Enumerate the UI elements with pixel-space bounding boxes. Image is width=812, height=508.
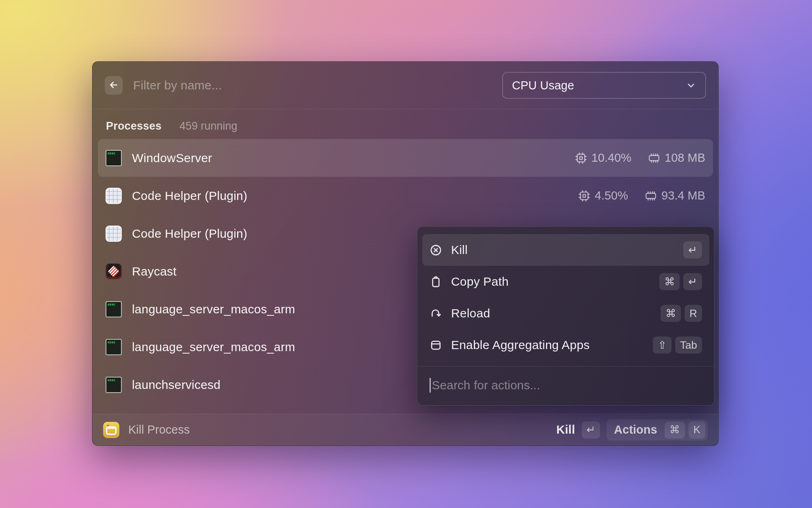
action-item-label: Kill bbox=[451, 243, 468, 257]
process-name: language_server_macos_arm bbox=[132, 302, 295, 316]
section-count: 459 running bbox=[179, 120, 238, 132]
filter-input[interactable]: Filter by name... bbox=[133, 78, 492, 92]
action-item[interactable]: Enable Aggregating Apps⇧Tab bbox=[422, 329, 709, 361]
memory-icon bbox=[648, 152, 661, 165]
action-item-keys: ⇧Tab bbox=[653, 336, 702, 354]
process-row[interactable]: WindowServer10.40%108 MB bbox=[98, 139, 713, 177]
terminal-exec-icon bbox=[106, 150, 122, 166]
process-name: language_server_macos_arm bbox=[132, 340, 295, 354]
extension-name: Kill Process bbox=[128, 423, 190, 436]
arrow-left-icon bbox=[108, 80, 119, 91]
app-grid-icon bbox=[106, 188, 122, 204]
process-name: Raycast bbox=[132, 265, 177, 278]
actions-popup-list: Kill↵Copy Path⌘↵Reload⌘REnable Aggregati… bbox=[422, 234, 709, 361]
action-item-label: Copy Path bbox=[451, 275, 509, 289]
key-badge: ⌘ bbox=[661, 305, 681, 322]
app-grid-icon bbox=[106, 226, 122, 242]
action-item[interactable]: Kill↵ bbox=[422, 234, 709, 266]
raycast-icon bbox=[106, 263, 122, 280]
actions-popup: Kill↵Copy Path⌘↵Reload⌘REnable Aggregati… bbox=[417, 226, 715, 406]
redo-arrow-icon bbox=[430, 307, 442, 320]
actions-search-placeholder: Search for actions... bbox=[432, 378, 540, 392]
footer-actions: Kill ↵ Actions ⌘K bbox=[556, 419, 708, 441]
key-badge: ↵ bbox=[683, 273, 702, 290]
top-bar: Filter by name... CPU Usage bbox=[93, 62, 718, 109]
memory-usage-value: 108 MB bbox=[665, 151, 705, 165]
action-item-keys: ↵ bbox=[683, 241, 702, 258]
section-header: Processes 459 running bbox=[93, 109, 718, 139]
key-badge: ↵ bbox=[683, 241, 702, 258]
memory-icon bbox=[644, 189, 657, 202]
actions-button-label: Actions bbox=[614, 423, 657, 436]
app-window-icon bbox=[430, 339, 442, 352]
cpu-icon bbox=[578, 189, 591, 202]
footer-bar: Kill Process Kill ↵ Actions ⌘K bbox=[93, 414, 718, 445]
terminal-exec-icon bbox=[106, 377, 122, 393]
process-stats: 10.40%108 MB bbox=[574, 151, 705, 165]
actions-button[interactable]: Actions ⌘K bbox=[607, 419, 708, 441]
action-item-label: Enable Aggregating Apps bbox=[451, 338, 590, 352]
primary-action-keys: ↵ bbox=[582, 421, 600, 439]
terminal-exec-icon bbox=[106, 339, 122, 355]
cpu-usage-value: 4.50% bbox=[595, 189, 628, 202]
desktop-background: Filter by name... CPU Usage Processes 45… bbox=[0, 0, 812, 508]
key-badge: ↵ bbox=[582, 421, 600, 439]
action-item-label: Reload bbox=[451, 306, 490, 320]
key-badge: ⌘ bbox=[665, 421, 685, 439]
memory-usage-value: 93.4 MB bbox=[661, 189, 705, 202]
key-badge: ⇧ bbox=[653, 336, 672, 354]
back-button[interactable] bbox=[105, 76, 123, 95]
process-name: Code Helper (Plugin) bbox=[132, 189, 247, 203]
action-item[interactable]: Copy Path⌘↵ bbox=[422, 266, 709, 297]
process-stats: 4.50%93.4 MB bbox=[578, 189, 705, 202]
cpu-icon bbox=[574, 152, 587, 165]
text-cursor bbox=[430, 378, 431, 393]
cpu-usage-value: 10.40% bbox=[592, 151, 631, 165]
kill-process-extension-icon bbox=[103, 422, 119, 438]
sort-dropdown-value: CPU Usage bbox=[512, 79, 574, 92]
chevron-down-icon bbox=[686, 80, 696, 91]
terminal-exec-icon bbox=[106, 301, 122, 317]
key-badge: K bbox=[689, 421, 705, 439]
action-item-keys: ⌘↵ bbox=[659, 273, 702, 290]
primary-action-label[interactable]: Kill bbox=[556, 423, 575, 436]
actions-search-input[interactable]: Search for actions... bbox=[422, 367, 709, 404]
process-row[interactable]: Code Helper (Plugin)4.50%93.4 MB bbox=[98, 177, 713, 215]
key-badge: ⌘ bbox=[659, 273, 680, 290]
process-name: WindowServer bbox=[132, 151, 212, 165]
key-badge: R bbox=[685, 305, 702, 322]
sort-dropdown[interactable]: CPU Usage bbox=[502, 72, 706, 99]
action-item[interactable]: Reload⌘R bbox=[422, 297, 709, 329]
process-name: launchservicesd bbox=[132, 378, 220, 392]
key-badge: Tab bbox=[675, 336, 702, 354]
action-item-keys: ⌘R bbox=[661, 305, 702, 322]
process-name: Code Helper (Plugin) bbox=[132, 227, 247, 241]
section-title: Processes bbox=[106, 120, 162, 132]
actions-button-keys: ⌘K bbox=[665, 421, 705, 439]
x-circle-icon bbox=[430, 244, 442, 256]
clipboard-icon bbox=[430, 276, 442, 288]
